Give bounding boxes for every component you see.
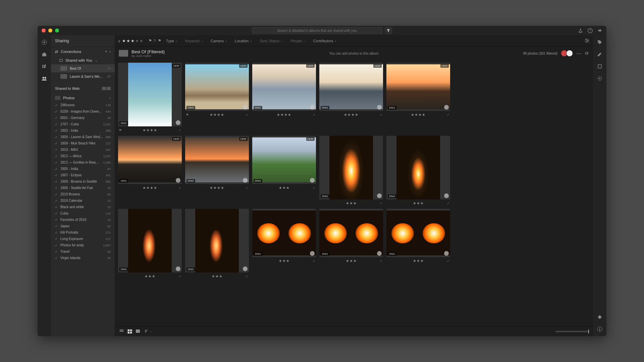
edit-icon[interactable] — [597, 51, 603, 57]
web-album-item[interactable]: ✓ 1905 - India 54 — [51, 166, 115, 172]
web-album-item[interactable]: ✓ 1810 - MAX 297 — [51, 146, 115, 153]
web-album-item[interactable]: ✓ 1809 - Lauren & Sam Wed... 866 — [51, 134, 115, 140]
rating-stars[interactable]: ★★★★ — [143, 186, 157, 190]
flag-pick-icon[interactable]: ⚑ — [149, 39, 152, 43]
photo-cell[interactable]: DNG ★★★ ✓ — [386, 136, 450, 205]
web-album-item[interactable]: ✓ Long Exposure 217 — [51, 236, 115, 242]
cloud-icon[interactable] — [597, 28, 602, 33]
crop-icon[interactable] — [597, 63, 603, 69]
web-album-item[interactable]: ✓ 2019 Calendar 13 — [51, 197, 115, 204]
photo-cell[interactable]: HDR DNG ★★★★ ✓ — [118, 136, 182, 205]
filter-people[interactable]: People⌄ — [288, 39, 308, 43]
grid-toggle-icon[interactable] — [102, 87, 106, 90]
web-album-item[interactable]: ✓ 1908 - Seattle Art Fair 10 — [51, 185, 115, 191]
info-icon[interactable] — [597, 326, 603, 332]
photo-cell[interactable]: HDR DNG ⚑ ★★★★ ✓ — [185, 63, 249, 132]
photo-cell[interactable]: DNG ★★★ ✓ — [185, 209, 249, 279]
rating-stars[interactable]: ★★★★ — [210, 186, 224, 190]
rating-stars[interactable]: ★★★ — [145, 274, 156, 279]
photo-thumbnail[interactable]: HDR DNG — [386, 63, 450, 111]
web-album-item[interactable]: ✓ 1707 - Cuba 2,101 — [51, 121, 115, 127]
view-grid-icon[interactable] — [127, 329, 133, 334]
minimize-window-button[interactable] — [48, 28, 52, 33]
view-small-grid-icon[interactable] — [119, 329, 125, 334]
web-album-item[interactable]: ✓ 1812 — Africa 3,167 — [51, 153, 115, 159]
help-icon[interactable]: ? — [588, 28, 593, 33]
rating-stars[interactable]: ★★★ — [279, 259, 290, 263]
photo-thumbnail[interactable]: DNG — [319, 136, 383, 199]
photo-cell[interactable]: HDR DNG ★★★★ ✓ — [386, 63, 450, 132]
rating-stars[interactable]: ★★★★ — [143, 128, 157, 132]
photo-cell[interactable]: HDR DNG ⚑ ★★★★ ✓ — [118, 63, 182, 132]
web-album-item[interactable]: ✓ 1809 - Muir Beach Hike 127 — [51, 140, 115, 146]
web-album-item[interactable]: ✓ 1802 - India 389 — [51, 127, 115, 134]
refresh-icon[interactable]: ⟳ — [585, 51, 589, 56]
rating-stars[interactable]: ★★★ — [279, 186, 290, 190]
tag-icon[interactable] — [597, 39, 603, 45]
rating-stars[interactable]: ★★★ — [346, 201, 357, 205]
maximize-window-button[interactable] — [55, 28, 59, 33]
web-album-item[interactable]: ✓ Japan 62 — [51, 223, 115, 229]
rating-stars[interactable]: ★★★★ — [277, 113, 291, 117]
photo-thumbnail[interactable]: DNG — [386, 209, 450, 257]
shared-with-you-row[interactable]: 🖵 Shared with You ⌄ — [51, 56, 115, 64]
rating-stars[interactable]: ★★★ — [413, 259, 424, 263]
keyword-tag-icon[interactable] — [597, 314, 603, 320]
rating-stars[interactable]: ★★★★ — [344, 113, 359, 117]
photo-cell[interactable]: DNG ★★★ ✓ — [252, 209, 316, 279]
web-album-item[interactable]: ✓ Travel 26 — [51, 248, 115, 255]
sort-button[interactable]: ⌄ — [144, 329, 152, 334]
photo-thumbnail[interactable]: HDR DNG — [118, 136, 182, 184]
web-album-item[interactable]: ✓ 1812 — Gorillas in Rwanda 1,040 — [51, 159, 115, 166]
flag-reject-icon[interactable]: ⚑ — [158, 39, 161, 43]
filter-camera[interactable]: Camera⌄ — [208, 39, 230, 43]
photo-thumbnail[interactable]: HDR DNG — [118, 63, 182, 126]
web-album-item[interactable]: ✓ Black and white 10 — [51, 204, 115, 210]
home-icon[interactable] — [41, 51, 47, 57]
photo-cell[interactable]: HDR DNG ★★★★ ✓ — [252, 63, 316, 132]
flag-unflag-icon[interactable]: ⚐ — [153, 39, 157, 43]
photo-thumbnail[interactable]: DNG — [252, 209, 316, 257]
view-single-icon[interactable] — [135, 329, 141, 334]
web-album-item[interactable]: ✓ 1907 - Eclipse 441 — [51, 172, 115, 178]
filter-location[interactable]: Location⌄ — [232, 39, 255, 43]
shared-album-item[interactable]: Best Of ››› — [51, 64, 115, 72]
photo-thumbnail[interactable]: HDR DNG — [252, 136, 316, 184]
photo-thumbnail[interactable]: HDR DNG — [185, 63, 249, 111]
web-album-item[interactable]: ✓ Virgin Islands 34 — [51, 255, 115, 261]
photo-thumbnail[interactable]: HDR DNG — [185, 136, 249, 184]
filter-contributors[interactable]: Contributors⌄ — [310, 39, 339, 43]
web-album-item[interactable]: ✓ Photos for andy 1,667 — [51, 242, 115, 248]
close-window-button[interactable] — [42, 28, 46, 33]
collapse-icon[interactable]: ‹ — [109, 49, 111, 54]
connections-row[interactable]: ⇄ Connections + ‹ — [51, 47, 115, 56]
web-album-item[interactable]: ✓ 29Rooms 179 — [51, 102, 115, 108]
photo-thumbnail[interactable]: DNG — [319, 209, 383, 257]
share-icon[interactable] — [578, 28, 583, 33]
rating-comparator[interactable]: ≥ — [118, 39, 120, 43]
photo-cell[interactable]: HDR DNG ★★★ ✓ — [252, 136, 316, 205]
filter-options-icon[interactable] — [584, 38, 590, 44]
photo-cell[interactable]: DNG ★★★ ✓ — [319, 209, 383, 279]
sharing-icon[interactable] — [41, 75, 47, 81]
web-album-item[interactable]: ✓ 2019 Browns 50 — [51, 191, 115, 197]
web-album-item[interactable]: ✓ Favorites of 2018 10 — [51, 217, 115, 223]
library-icon[interactable] — [41, 63, 47, 69]
zoom-slider[interactable] — [555, 331, 589, 332]
photo-thumbnail[interactable]: DNG — [185, 209, 249, 273]
photos-row[interactable]: Photos ‹ — [51, 94, 115, 102]
star-filter[interactable]: ★★★★★ — [122, 39, 143, 43]
sidebar-view-toggles[interactable] — [102, 87, 111, 90]
photo-thumbnail[interactable]: DNG — [118, 209, 182, 273]
flag-filter[interactable]: ⚑ ⚐ ⚑ — [149, 39, 161, 43]
shared-album-item[interactable]: Lauren & Sam's We... 17 — [51, 72, 115, 80]
target-icon[interactable] — [597, 75, 603, 81]
photo-cell[interactable]: HDR DNG ★★★★ ✓ — [185, 136, 249, 205]
photo-cell[interactable]: DNG ★★★ ✓ — [386, 209, 450, 279]
photo-grid[interactable]: HDR DNG ⚑ ★★★★ ✓ HDR DNG ⚑ ★★★★ ✓ — [115, 60, 593, 326]
web-album-item[interactable]: ✓ Kili Portraits 271 — [51, 229, 115, 236]
filter-button[interactable] — [385, 27, 392, 34]
photo-cell[interactable]: DNG ★★★ ✓ — [118, 209, 182, 279]
web-album-item[interactable]: ✓ 0109 - Images from Down... 444 — [51, 108, 115, 115]
filter-type[interactable]: Type⌄ — [163, 39, 180, 43]
